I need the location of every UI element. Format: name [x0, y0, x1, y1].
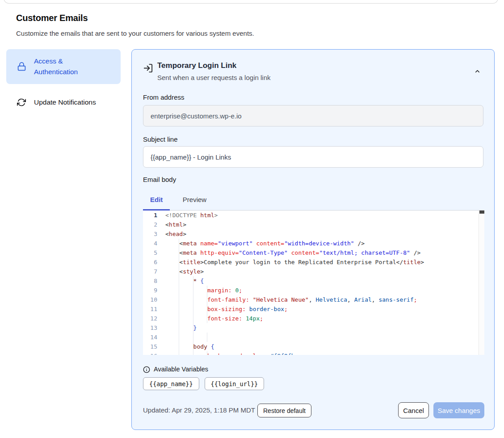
code-line: 10font-family: "Helvetica Neue", Helveti…: [143, 295, 484, 304]
code-line: 1<!DOCTYPE html>: [143, 211, 484, 220]
from-address-input: [143, 105, 483, 126]
lock-icon: [17, 62, 26, 73]
chevron-up-icon: [474, 69, 481, 76]
code-line: 16background-color: #f8f9fb;: [143, 351, 484, 355]
info-icon: [143, 366, 150, 375]
cancel-button[interactable]: Cancel: [398, 402, 429, 418]
editor-scrollbar-thumb[interactable]: [479, 211, 484, 214]
sidebar-item-access-authentication[interactable]: Access & Authentication: [6, 49, 121, 84]
sidebar-item-update-notifications[interactable]: Update Notifications: [6, 92, 121, 113]
email-body-tabbar: Edit Preview: [143, 190, 484, 211]
restore-default-button[interactable]: Restore default: [257, 404, 311, 417]
previous-card-bottom-edge: [4, 0, 498, 4]
save-changes-button[interactable]: Save changes: [433, 402, 484, 418]
sidebar-item-label: Access & Authentication: [34, 56, 105, 77]
variable-chip-app-name[interactable]: {{app_name}}: [143, 377, 199, 390]
collapse-card-button[interactable]: [471, 66, 483, 78]
variable-chip-login-url[interactable]: {{login_url}}: [205, 377, 265, 390]
subject-line-label: Subject line: [143, 135, 178, 143]
tab-edit[interactable]: Edit: [143, 190, 170, 210]
page-subtitle: Customize the emails that are sent to yo…: [16, 29, 254, 37]
code-line: 4<meta name="viewport" content="width=de…: [143, 239, 484, 248]
tab-preview[interactable]: Preview: [176, 190, 214, 210]
email-body-code-editor[interactable]: 1<!DOCTYPE html>2<html>3<head>4<meta nam…: [143, 211, 484, 355]
code-line: 15body {: [143, 342, 484, 351]
code-line: 3<head>: [143, 229, 484, 239]
code-line: 12font-size: 14px;: [143, 314, 484, 323]
refresh-icon: [17, 98, 26, 109]
updated-timestamp: Updated: Apr 29, 2025, 1:18 PM MDT: [143, 402, 255, 418]
code-line: 11box-sizing: border-box;: [143, 304, 484, 314]
code-line: 7<style>: [143, 267, 484, 276]
email-body-label: Email body: [143, 176, 176, 183]
code-line: 9margin: 0;: [143, 286, 484, 295]
subject-line-input[interactable]: [143, 146, 483, 168]
card-title: Temporary Login Link: [157, 61, 236, 70]
sidebar-item-label: Update Notifications: [34, 97, 96, 108]
variable-chips: {{app_name}} {{login_url}}: [143, 377, 264, 390]
editor-scrollbar[interactable]: [479, 211, 484, 355]
code-line: 14: [143, 333, 484, 342]
page-title: Customer Emails: [16, 13, 88, 23]
code-lines: 1<!DOCTYPE html>2<html>3<head>4<meta nam…: [143, 211, 484, 355]
code-line: 5<meta http-equiv="Content-Type" content…: [143, 248, 484, 257]
code-line: 8* {: [143, 276, 484, 286]
login-icon: [143, 63, 153, 75]
code-line: 13}: [143, 323, 484, 333]
temporary-login-link-card: Temporary Login Link Sent when a user re…: [131, 49, 495, 430]
customer-emails-page: Customer Emails Customize the emails tha…: [0, 0, 504, 438]
available-variables-label: Available Variables: [154, 366, 208, 373]
card-footer: Updated: Apr 29, 2025, 1:18 PM MDT Resto…: [132, 402, 494, 420]
card-subtitle: Sent when a user requests a login link: [157, 74, 270, 81]
from-address-label: From address: [143, 93, 185, 101]
code-line: 2<html>: [143, 220, 484, 229]
code-line: 6<title>Complete your login to the Repli…: [143, 257, 484, 267]
